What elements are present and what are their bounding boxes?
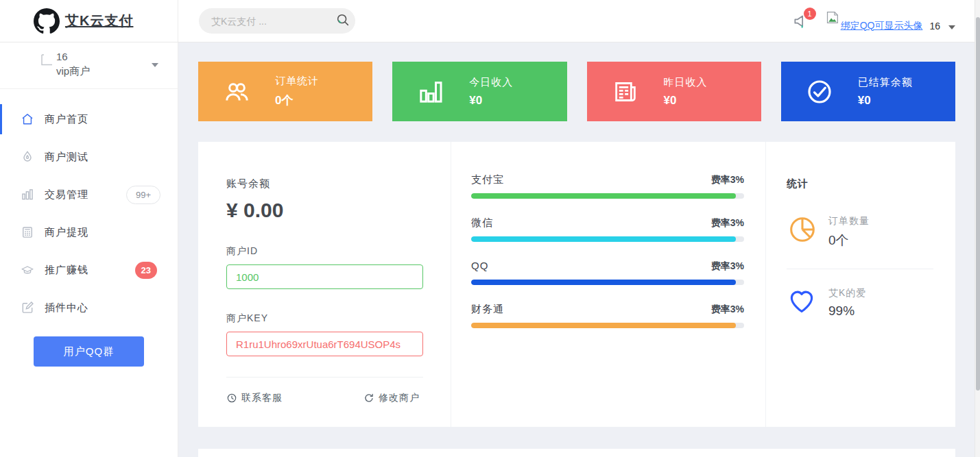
promote-count-badge: 23 <box>135 262 157 279</box>
users-icon <box>223 78 250 106</box>
modify-merchant-link[interactable]: 修改商户 <box>363 392 420 404</box>
channel-rate: 费率3% <box>711 217 744 230</box>
stat-card-value: ¥0 <box>469 94 513 108</box>
stat-card-value: ¥0 <box>858 94 913 108</box>
stat-cards-row: 订单统计 0个 今日收入 ¥0 昨日收入 ¥0 <box>198 62 955 121</box>
user-qq-group-button[interactable]: 用户QQ群 <box>34 336 144 367</box>
balance-value: ¥ 0.00 <box>226 199 422 222</box>
sidebar-item-label: 插件中心 <box>45 301 88 314</box>
stat-card-title: 今日收入 <box>469 76 513 89</box>
stat-card-today-income[interactable]: 今日收入 ¥0 <box>392 62 566 121</box>
pie-chart-icon <box>787 214 818 245</box>
sidebar: 16 vip商户 商户首页 商户测试 交易管理 99+ <box>0 42 178 457</box>
stat-card-settled-balance[interactable]: 已结算余额 ¥0 <box>781 62 955 121</box>
merchant-id-field[interactable] <box>226 264 423 289</box>
channel-name: 支付宝 <box>471 173 504 186</box>
stats-title: 统计 <box>787 177 933 190</box>
transactions-count-badge: 99+ <box>126 186 160 204</box>
sidebar-item-label: 推广赚钱 <box>45 264 88 277</box>
search-icon[interactable] <box>335 12 350 30</box>
sidebar-user-caret-icon[interactable] <box>152 63 158 67</box>
header-main: 1 绑定QQ可显示头像 16 <box>178 0 975 42</box>
logo-area[interactable]: 艾K云支付 <box>0 0 178 42</box>
sidebar-user-block[interactable]: 16 vip商户 <box>0 42 178 89</box>
channel-progress-fill <box>471 193 736 199</box>
channel-rate: 费率3% <box>711 174 744 186</box>
sidebar-menu: 商户首页 商户测试 交易管理 99+ 商户提现 推广赚钱 23 <box>0 89 178 323</box>
github-logo-icon <box>34 8 60 34</box>
heart-icon <box>787 286 818 317</box>
channel-name: 财务通 <box>471 303 504 316</box>
stat-card-title: 昨日收入 <box>664 76 708 89</box>
channel-progress-track <box>471 193 744 199</box>
sidebar-item-withdraw[interactable]: 商户提现 <box>0 217 178 247</box>
dashboard-panel: 账号余额 ¥ 0.00 商户ID 商户KEY 联系客服 修改商户 <box>198 142 955 427</box>
stat-card-title: 已结算余额 <box>858 76 913 89</box>
announcement-speaker-icon[interactable]: 1 <box>792 12 810 30</box>
stat-item-value: 0个 <box>828 232 870 249</box>
header-right-cluster: 1 绑定QQ可显示头像 16 <box>792 0 955 42</box>
sidebar-item-label: 商户提现 <box>45 226 88 239</box>
modify-merchant-label: 修改商户 <box>379 392 420 404</box>
user-menu-caret-icon[interactable] <box>948 25 955 29</box>
channel-name: 微信 <box>471 217 493 230</box>
stat-card-value: 0个 <box>275 92 319 108</box>
channel-tenpay: 财务通 费率3% <box>471 303 744 328</box>
home-icon <box>21 112 34 126</box>
balance-label: 账号余额 <box>226 177 422 190</box>
top-header: 艾K云支付 1 绑定QQ可显示头像 16 <box>0 0 975 42</box>
stat-item-label: 订单数量 <box>828 215 870 227</box>
channel-progress-track <box>471 236 744 242</box>
sidebar-item-transactions[interactable]: 交易管理 99+ <box>0 180 178 210</box>
edit-square-icon <box>21 301 34 314</box>
sidebar-item-label: 商户首页 <box>45 113 88 126</box>
app-title: 艾K云支付 <box>65 12 133 30</box>
sidebar-item-promote[interactable]: 推广赚钱 23 <box>0 255 178 285</box>
graduation-cap-icon <box>21 263 34 277</box>
channel-progress-track <box>471 323 744 328</box>
sidebar-user-id: 16 <box>56 51 178 62</box>
sidebar-item-merchant-home[interactable]: 商户首页 <box>0 104 178 134</box>
stat-item-value: 99% <box>828 304 866 319</box>
avatar-broken-image[interactable]: 绑定QQ可显示头像 <box>825 10 923 32</box>
channel-rate: 费率3% <box>711 304 744 316</box>
contact-support-link[interactable]: 联系客服 <box>226 392 283 404</box>
main-content: 订单统计 0个 今日收入 ¥0 昨日收入 ¥0 <box>178 42 975 457</box>
stat-item-order-count: 订单数量 0个 <box>787 214 933 249</box>
stat-item-love: 艾K的爱 99% <box>787 286 933 319</box>
channel-progress-fill <box>471 323 736 328</box>
newspaper-icon <box>612 78 639 106</box>
merchant-id-label: 商户ID <box>226 245 422 258</box>
contact-support-label: 联系客服 <box>241 392 283 404</box>
header-user-id: 16 <box>929 21 940 32</box>
stat-item-label: 艾K的爱 <box>828 287 866 299</box>
sidebar-item-merchant-test[interactable]: 商户测试 <box>0 142 178 172</box>
window-scrollbar-track[interactable] <box>975 0 980 457</box>
merchant-key-label: 商户KEY <box>226 312 422 325</box>
window-scrollbar-thumb[interactable] <box>976 17 980 391</box>
stat-card-orders[interactable]: 订单统计 0个 <box>198 62 372 121</box>
channel-alipay: 支付宝 费率3% <box>471 173 744 199</box>
bar-chart-icon <box>21 188 34 201</box>
stat-card-value: ¥0 <box>664 94 708 108</box>
search-input[interactable] <box>211 16 335 27</box>
sidebar-item-plugins[interactable]: 插件中心 <box>0 293 178 323</box>
sidebar-user-role: vip商户 <box>56 65 178 78</box>
notification-badge: 1 <box>804 8 816 20</box>
channel-progress-fill <box>471 280 736 285</box>
sidebar-item-label: 商户测试 <box>45 151 88 164</box>
stats-column: 统计 订单数量 0个 艾K的爱 99% <box>766 142 955 427</box>
stat-card-yesterday-income[interactable]: 昨日收入 ¥0 <box>587 62 761 121</box>
drop-icon <box>21 150 34 164</box>
sidebar-item-label: 交易管理 <box>45 188 88 201</box>
income-chart-icon <box>417 78 444 106</box>
calculator-icon <box>21 225 34 239</box>
stat-card-title: 订单统计 <box>275 75 319 88</box>
channel-progress-track <box>471 280 744 285</box>
broken-image-icon <box>825 10 839 27</box>
channel-qq: QQ 费率3% <box>471 260 744 285</box>
channels-column: 支付宝 费率3% 微信 费率3% QQ 费率3% <box>451 142 766 427</box>
bottom-panel <box>198 449 955 457</box>
merchant-key-field[interactable] <box>226 332 423 356</box>
stats-divider <box>787 269 933 269</box>
